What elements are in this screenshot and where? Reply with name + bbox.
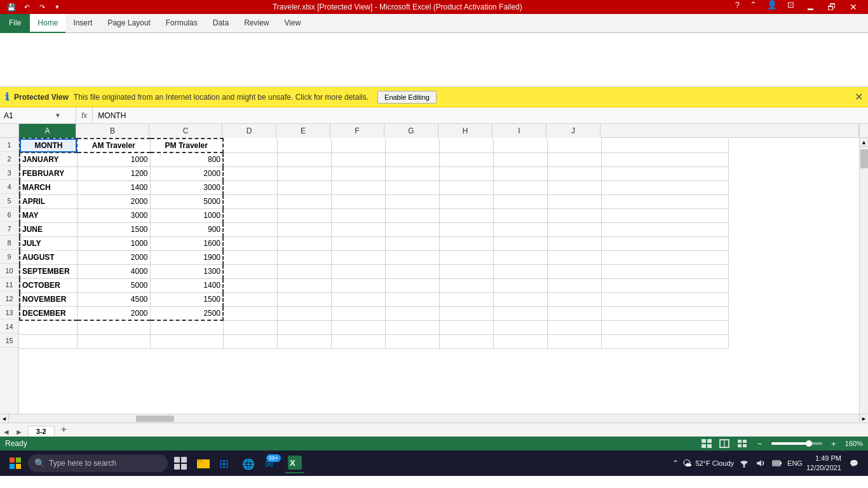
home-tab[interactable]: Home [30,14,65,33]
col-header-g[interactable]: G [384,124,438,138]
insert-tab[interactable]: Insert [65,14,100,33]
cell-b3[interactable]: 1200 [77,166,150,180]
review-tab[interactable]: Review [236,14,276,33]
scroll-thumb[interactable] [860,149,868,168]
row-num-2[interactable]: 2 [0,152,18,166]
zoom-increase-button[interactable]: + [827,438,840,449]
name-box[interactable]: A1 ▼ [0,107,76,123]
formulas-tab[interactable]: Formulas [158,14,205,33]
cell-a5[interactable]: APRIL [20,194,77,208]
sheet-nav-next[interactable]: ► [15,428,23,437]
notification-button[interactable]: 💬 [845,454,863,472]
col-header-b[interactable]: B [76,124,149,138]
right-toolbar-share[interactable]: ⊡ [783,0,798,14]
file-explorer-icon[interactable] [193,453,214,473]
language-indicator[interactable]: ENG [787,459,803,467]
col-header-j[interactable]: J [546,124,600,138]
name-box-input[interactable]: A1 [4,111,55,120]
col-header-d[interactable]: D [222,124,276,138]
cell-a13[interactable]: DECEMBER [20,306,77,320]
cell-b11[interactable]: 5000 [77,278,150,292]
row-num-4[interactable]: 4 [0,180,18,194]
cell-e1[interactable] [277,139,331,152]
cell-c13[interactable]: 2500 [150,306,223,320]
view-tab[interactable]: View [277,14,309,33]
cell-c7[interactable]: 900 [150,222,223,236]
cell-b4[interactable]: 1400 [77,180,150,194]
cell-f1[interactable] [331,139,385,152]
add-sheet-button[interactable]: + [56,423,72,437]
cell-c5[interactable]: 5000 [150,194,223,208]
restore-button[interactable]: 🗗 [822,0,841,14]
cell-c9[interactable]: 1900 [150,250,223,264]
col-header-e[interactable]: E [276,124,330,138]
cell-a14[interactable] [20,320,77,334]
cell-c10[interactable]: 1300 [150,264,223,278]
cell-j1[interactable] [547,139,601,152]
cell-b1[interactable]: AM Traveler [77,139,150,152]
protected-view-close[interactable]: ✕ [855,91,863,103]
cell-i1[interactable] [493,139,547,152]
cell-c11[interactable]: 1400 [150,278,223,292]
clock[interactable]: 1:49 PM 12/20/2021 [806,454,841,473]
cell-b10[interactable]: 4000 [77,264,150,278]
cell-b8[interactable]: 1000 [77,236,150,250]
cell-a4[interactable]: MARCH [20,180,77,194]
cell-c12[interactable]: 1500 [150,292,223,306]
vertical-scrollbar[interactable]: ▲ [859,138,868,414]
page-break-view-button[interactable] [736,438,749,449]
row-num-8[interactable]: 8 [0,236,18,250]
horizontal-scrollbar[interactable]: ◄ ► [0,414,868,423]
cell-b5[interactable]: 2000 [77,194,150,208]
volume-icon[interactable] [754,457,767,470]
excel-icon[interactable]: X [285,453,305,473]
quick-access-undo[interactable]: ↶ [20,1,33,13]
minimize-button[interactable]: 🗕 [801,0,820,14]
v-scrollbar-top[interactable] [859,124,868,137]
page-layout-view-button[interactable] [718,438,731,449]
right-toolbar-help[interactable]: ? [731,0,743,14]
cell-a6[interactable]: MAY [20,208,77,222]
cell-c1[interactable]: PM Traveler [150,139,223,152]
cell-a11[interactable]: OCTOBER [20,278,77,292]
cell-c6[interactable]: 1000 [150,208,223,222]
col-header-f[interactable]: F [330,124,384,138]
row-num-15[interactable]: 15 [0,334,18,348]
cell-a9[interactable]: AUGUST [20,250,77,264]
cell-b9[interactable]: 2000 [77,250,150,264]
zoom-slider[interactable] [771,442,822,445]
mail-icon[interactable]: ✉ 99+ [262,453,282,473]
formula-input[interactable]: MONTH [93,111,868,120]
scroll-up-button[interactable]: ▲ [860,138,869,147]
cell-a15[interactable] [20,334,77,348]
cell-a1[interactable]: MONTH [20,139,77,152]
sheet-nav-prev[interactable]: ◄ [3,428,10,437]
cell-c2[interactable]: 800 [150,152,223,166]
cell-h1[interactable] [439,139,493,152]
cell-a2[interactable]: JANUARY [20,152,77,166]
row-num-6[interactable]: 6 [0,208,18,222]
row-num-7[interactable]: 7 [0,222,18,236]
scroll-left-button[interactable]: ◄ [0,414,9,423]
cell-a8[interactable]: JULY [20,236,77,250]
scroll-right-button[interactable]: ► [859,414,868,423]
data-tab[interactable]: Data [205,14,236,33]
cell-a7[interactable]: JUNE [20,222,77,236]
row-num-13[interactable]: 13 [0,306,18,320]
col-header-a[interactable]: A [19,124,76,138]
row-num-3[interactable]: 3 [0,166,18,180]
start-button[interactable] [5,453,25,473]
row-num-12[interactable]: 12 [0,292,18,306]
row-num-5[interactable]: 5 [0,194,18,208]
right-toolbar-account[interactable]: 👤 [763,0,781,14]
cell-c8[interactable]: 1600 [150,236,223,250]
quick-access-save[interactable]: 💾 [5,1,18,13]
cell-g1[interactable] [385,139,439,152]
cell-c3[interactable]: 2000 [150,166,223,180]
edge-browser-icon[interactable]: 🌐 [239,453,259,473]
page-layout-tab[interactable]: Page Layout [100,14,158,33]
row-num-1[interactable]: 1 [0,138,18,152]
right-toolbar-ribbon[interactable]: ⌃ [746,0,761,14]
chevron-up-icon[interactable]: ⌃ [672,459,679,468]
cell-b2[interactable]: 1000 [77,152,150,166]
